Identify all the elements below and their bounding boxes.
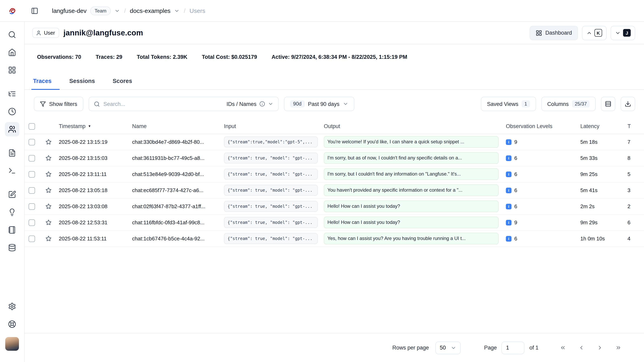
star-icon[interactable] [46, 220, 52, 226]
table-row[interactable]: 2025-08-22 13:11:11 chat:513e84e9-9039-4… [24, 166, 644, 182]
sidebar-item-home[interactable] [5, 45, 19, 60]
breadcrumb-org[interactable]: langfuse-dev Team [52, 6, 120, 15]
trace-input-preview[interactable]: {"stream": true, "model": "gpt-... [224, 233, 318, 244]
tab-traces[interactable]: Traces [32, 78, 52, 90]
column-header-observation-levels[interactable]: Observation Levels [506, 119, 580, 134]
next-page-button[interactable] [594, 342, 605, 353]
trace-output-preview[interactable]: I'm sorry, but as of now, I couldn't fin… [324, 152, 498, 164]
trace-name[interactable]: chat:330bd4e7-d869-4b2f-80... [132, 134, 224, 150]
sidebar-item-insights[interactable] [5, 205, 19, 220]
trace-timestamp[interactable]: 2025-08-22 12:53:31 [59, 214, 132, 230]
trace-name[interactable]: chat:02f63f47-87b2-4377-a1ff... [132, 198, 224, 214]
trace-name[interactable]: chat:3611931b-bc77-49c5-a8... [132, 150, 224, 166]
column-header-timestamp[interactable]: Timestamp ▼ [59, 119, 132, 134]
row-checkbox[interactable] [28, 171, 35, 178]
trace-output-preview[interactable]: Hello! How can I assist you today? [324, 200, 498, 212]
trace-timestamp[interactable]: 2025-08-22 13:11:11 [59, 166, 132, 182]
row-checkbox[interactable] [28, 139, 35, 145]
trace-name[interactable]: chat:ec685f77-7374-427c-a6... [132, 182, 224, 198]
sidebar-item-dashboards[interactable] [5, 63, 19, 77]
prev-user-button[interactable]: K [582, 26, 606, 40]
row-checkbox[interactable] [28, 219, 35, 226]
row-height-button[interactable] [601, 97, 616, 111]
show-filters-button[interactable]: Show filters [34, 97, 83, 111]
select-all-checkbox[interactable] [28, 123, 35, 130]
user-avatar[interactable] [5, 337, 19, 351]
trace-name[interactable]: chat:1cb67476-b5ce-4c4a-92... [132, 231, 224, 246]
saved-views-button[interactable]: Saved Views 1 [481, 97, 536, 111]
star-icon[interactable] [46, 203, 52, 210]
langfuse-logo[interactable] [0, 7, 24, 15]
trace-input-preview[interactable]: {"stream": true, "model": "gpt-... [224, 217, 318, 228]
first-page-button[interactable] [557, 342, 568, 353]
table-footer: Rows per page 50 Page of 1 [24, 333, 644, 362]
row-checkbox[interactable] [28, 203, 35, 210]
column-header-output[interactable]: Output [324, 119, 506, 134]
trace-timestamp[interactable]: 2025-08-22 13:15:19 [59, 134, 132, 150]
sidebar-item-models[interactable] [5, 240, 19, 255]
column-header-clipped[interactable]: T [628, 119, 644, 134]
level-default-icon [506, 171, 512, 177]
trace-input-preview[interactable]: {"stream":true,"model":"gpt-5",... [224, 136, 318, 148]
sidebar-toggle-button[interactable] [28, 4, 42, 18]
column-header-name[interactable]: Name [132, 119, 224, 134]
star-icon[interactable] [46, 155, 52, 161]
sidebar-item-prompts[interactable] [5, 146, 19, 160]
prev-page-button[interactable] [576, 342, 587, 353]
star-icon[interactable] [46, 236, 52, 242]
search-input[interactable] [104, 101, 223, 107]
next-user-button[interactable]: J [610, 26, 635, 40]
sidebar-item-support[interactable] [5, 317, 19, 332]
table-row[interactable]: 2025-08-22 13:15:19 chat:330bd4e7-d869-4… [24, 134, 644, 150]
trace-name[interactable]: chat:116fbfdc-0fd3-41af-99c8... [132, 214, 224, 230]
trace-timestamp[interactable]: 2025-08-22 11:53:11 [59, 231, 132, 246]
trace-output-preview[interactable]: Hello! How can I assist you today? [324, 216, 498, 228]
trace-output-preview[interactable]: I'm sorry, but I couldn't find any infor… [324, 168, 498, 180]
sidebar-item-evaluation[interactable] [5, 187, 19, 202]
trace-output-preview[interactable]: You're welcome! If you'd like, I can sha… [324, 136, 498, 148]
dashboard-button[interactable]: Dashboard [530, 26, 578, 40]
sidebar-item-users[interactable] [5, 122, 19, 136]
export-button[interactable] [621, 97, 635, 111]
search-scope-dropdown[interactable]: IDs / Names [226, 101, 274, 107]
tab-sessions[interactable]: Sessions [68, 78, 96, 90]
rows-per-page-select[interactable]: 50 [435, 341, 461, 354]
row-checkbox[interactable] [28, 235, 35, 242]
time-range-dropdown[interactable]: 90d Past 90 days [284, 97, 354, 111]
column-header-input[interactable]: Input [224, 119, 324, 134]
sidebar-item-sessions[interactable] [5, 104, 19, 119]
trace-output-preview[interactable]: Yes, how can I assist you? Are you havin… [324, 232, 498, 244]
page-input[interactable] [502, 341, 524, 354]
users-icon [8, 125, 16, 133]
trace-timestamp[interactable]: 2025-08-22 13:03:08 [59, 198, 132, 214]
tab-scores[interactable]: Scores [112, 78, 133, 90]
trace-input-preview[interactable]: {"stream": true, "model": "gpt-... [224, 152, 318, 164]
breadcrumb-project[interactable]: docs-examples [130, 7, 180, 14]
star-icon[interactable] [46, 187, 52, 193]
table-row[interactable]: 2025-08-22 11:53:11 chat:1cb67476-b5ce-4… [24, 231, 644, 247]
trace-input-preview[interactable]: {"stream": true, "model": "gpt-... [224, 185, 318, 196]
star-icon[interactable] [46, 139, 52, 145]
column-label: Output [324, 123, 340, 129]
trace-name[interactable]: chat:513e84e9-9039-42d0-bf... [132, 166, 224, 182]
sidebar-item-search[interactable] [5, 28, 19, 42]
row-checkbox[interactable] [28, 187, 35, 194]
trace-output-preview[interactable]: You haven't provided any specific inform… [324, 184, 498, 196]
columns-button[interactable]: Columns 25/37 [541, 97, 596, 111]
row-checkbox[interactable] [28, 155, 35, 161]
table-row[interactable]: 2025-08-22 13:03:08 chat:02f63f47-87b2-4… [24, 198, 644, 214]
table-row[interactable]: 2025-08-22 13:15:03 chat:3611931b-bc77-4… [24, 150, 644, 166]
table-row[interactable]: 2025-08-22 13:05:18 chat:ec685f77-7374-4… [24, 182, 644, 198]
table-row[interactable]: 2025-08-22 12:53:31 chat:116fbfdc-0fd3-4… [24, 214, 644, 231]
sidebar-item-tracing[interactable] [5, 86, 19, 101]
sidebar-item-datasets[interactable] [5, 223, 19, 237]
trace-input-preview[interactable]: {"stream": true, "model": "gpt-... [224, 201, 318, 212]
sidebar-item-playground[interactable] [5, 164, 19, 178]
column-header-latency[interactable]: Latency [580, 119, 628, 134]
sidebar-item-settings[interactable] [5, 299, 19, 314]
last-page-button[interactable] [612, 342, 624, 353]
trace-timestamp[interactable]: 2025-08-22 13:15:03 [59, 150, 132, 166]
trace-timestamp[interactable]: 2025-08-22 13:05:18 [59, 182, 132, 198]
trace-input-preview[interactable]: {"stream": true, "model": "gpt-... [224, 169, 318, 180]
star-icon[interactable] [46, 171, 52, 177]
